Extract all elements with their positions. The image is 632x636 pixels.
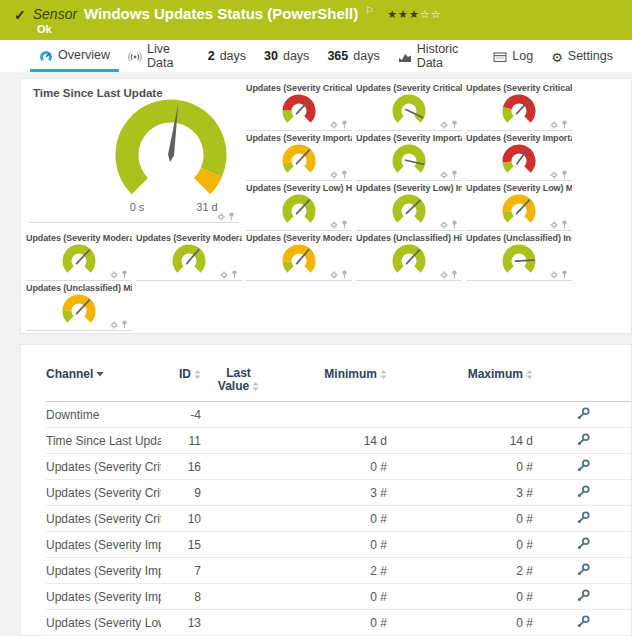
channel-name[interactable]: Updates (Severity Low) ... [46,616,161,630]
tab-log[interactable]: Log [484,40,542,72]
channel-name[interactable]: Time Since Last Update [46,434,161,448]
star-empty-icon[interactable]: ☆ [431,8,442,20]
tab-30-days[interactable]: 30days [255,40,318,72]
channel-actions [533,458,632,476]
gauge-gear-icon[interactable] [440,121,448,129]
tab-overview[interactable]: Overview [30,40,119,72]
tab-label: Log [512,49,533,63]
gauge-pin-icon[interactable] [341,270,348,279]
channel-gauge[interactable] [57,294,101,329]
gauge-gear-icon[interactable] [440,221,448,229]
gauge-title: Updates (Severity Important) ... [246,133,352,144]
gauge-pin-icon[interactable] [561,220,568,229]
channel-gauge[interactable] [57,244,101,279]
gauge-gear-icon[interactable] [550,121,558,129]
tab-historic-data[interactable]: Historic Data [389,40,485,72]
tab-settings[interactable]: ⚙Settings [542,40,622,72]
star-empty-icon[interactable]: ☆ [420,8,431,20]
edit-channel-icon[interactable] [576,406,591,421]
channel-minimum: 0 # [276,590,387,604]
sort-icon[interactable] [380,370,387,379]
gauge-pin-icon[interactable] [341,120,348,129]
gauge-pin-icon[interactable] [451,270,458,279]
channel-name[interactable]: Downtime [46,408,161,422]
gauge-pin-icon[interactable] [231,270,238,279]
gauge-gear-icon[interactable] [330,121,338,129]
channel-gauge[interactable]: 0 s31 d [101,93,241,215]
gauge-title: Updates (Severity Low) Install... [356,183,462,194]
gauge-gear-icon[interactable] [330,221,338,229]
gauge-gear-icon[interactable] [550,171,558,179]
gauge-pin-icon[interactable] [121,320,128,329]
channel-gauge[interactable] [277,94,321,129]
channel-gauge[interactable] [497,144,541,179]
gauge-gear-icon[interactable] [440,271,448,279]
star-filled-icon[interactable]: ★ [398,8,409,20]
sort-icon[interactable] [526,370,533,379]
channel-gauge[interactable] [387,244,431,279]
column-header-id[interactable]: ID [161,367,201,381]
gauge-gear-icon[interactable] [440,171,448,179]
edit-channel-icon[interactable] [576,588,591,603]
tab-2-days[interactable]: 2days [199,40,255,72]
channel-gauge[interactable] [387,144,431,179]
edit-channel-icon[interactable] [576,484,591,499]
tab-live-data[interactable]: Live Data [119,40,199,72]
channel-actions [533,432,632,450]
sort-desc-icon[interactable] [96,371,104,377]
star-filled-icon[interactable]: ★ [409,8,420,20]
flag-icon[interactable]: ⚐ [365,5,374,16]
edit-channel-icon[interactable] [576,458,591,473]
gauge-gear-icon[interactable] [330,271,338,279]
channel-gauge[interactable] [167,244,211,279]
channel-gauge[interactable] [497,244,541,279]
gauge-pin-icon[interactable] [341,220,348,229]
gauge-pin-icon[interactable] [341,170,348,179]
channel-name[interactable]: Updates (Severity Critic... [46,512,161,526]
gauge-actions [217,212,235,221]
gauge-pin-icon[interactable] [228,212,235,221]
tab-label: days [283,49,309,63]
gauge-pin-icon[interactable] [451,220,458,229]
tab-365-days[interactable]: 365days [318,40,388,72]
edit-channel-icon[interactable] [576,510,591,525]
channel-gauge[interactable] [497,94,541,129]
priority-stars[interactable]: ★★★☆☆ [387,8,441,21]
sort-icon[interactable] [252,382,259,391]
gauge-gear-icon[interactable] [110,321,118,329]
gauge-pin-icon[interactable] [451,170,458,179]
channel-name[interactable]: Updates (Severity Impo... [46,564,161,578]
channel-actions [533,536,632,554]
edit-channel-icon[interactable] [576,562,591,577]
channel-gauge[interactable] [387,94,431,129]
channel-gauge[interactable] [277,244,321,279]
gauge-gear-icon[interactable] [220,271,228,279]
column-header-maximum[interactable]: Maximum [387,367,533,381]
channel-gauge[interactable] [497,194,541,229]
channel-name[interactable]: Updates (Severity Impo... [46,538,161,552]
channel-name[interactable]: Updates (Severity Impo... [46,590,161,604]
edit-channel-icon[interactable] [576,432,591,447]
star-filled-icon[interactable]: ★ [387,8,398,20]
gauge-gear-icon[interactable] [110,271,118,279]
gauge-gear-icon[interactable] [550,271,558,279]
sort-icon[interactable] [194,370,201,379]
column-header-channel[interactable]: Channel [46,367,161,381]
gauge-gear-icon[interactable] [550,221,558,229]
gauge-pin-icon[interactable] [561,170,568,179]
gauge-pin-icon[interactable] [121,270,128,279]
channel-gauge[interactable] [277,144,321,179]
gauge-pin-icon[interactable] [451,120,458,129]
channel-gauge[interactable] [277,194,321,229]
channel-name[interactable]: Updates (Severity Critic... [46,460,161,474]
column-header-last-value[interactable]: LastValue [201,367,276,393]
gauge-pin-icon[interactable] [561,270,568,279]
gauge-gear-icon[interactable] [217,213,225,221]
edit-channel-icon[interactable] [576,614,591,629]
gauge-pin-icon[interactable] [561,120,568,129]
channel-name[interactable]: Updates (Severity Critic... [46,486,161,500]
gauge-gear-icon[interactable] [330,171,338,179]
channel-gauge[interactable] [387,194,431,229]
edit-channel-icon[interactable] [576,536,591,551]
column-header-minimum[interactable]: Minimum [276,367,387,381]
